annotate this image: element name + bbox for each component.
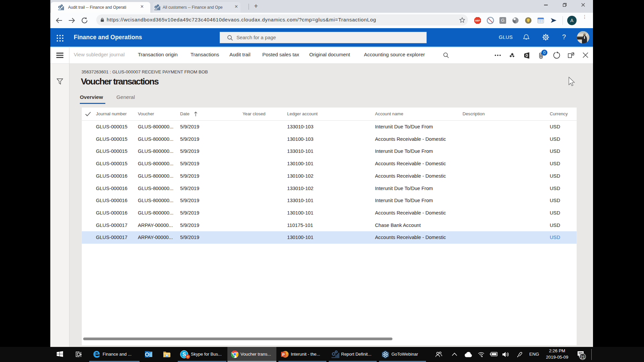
svg-text:P: P bbox=[282, 353, 285, 357]
svg-text:ABP: ABP bbox=[475, 19, 480, 22]
